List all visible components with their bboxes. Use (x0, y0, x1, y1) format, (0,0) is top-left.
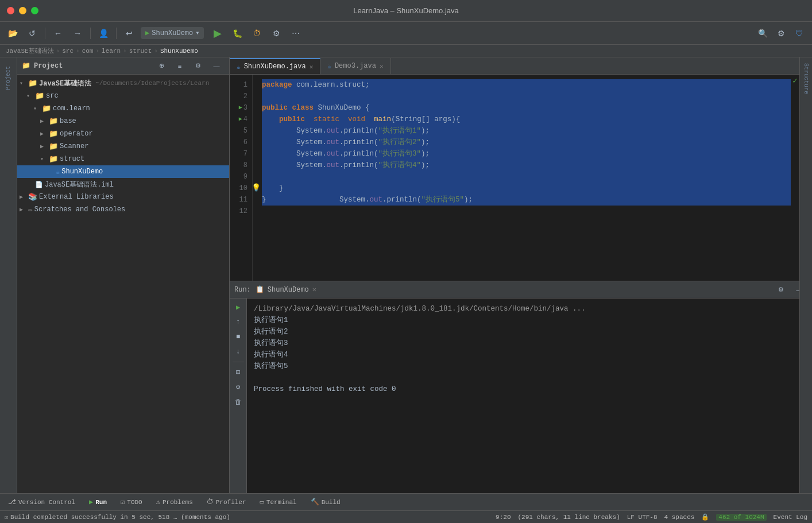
minimize-button[interactable] (19, 7, 26, 14)
scroll-up-button[interactable]: ↑ (232, 316, 245, 328)
breadcrumb-item-0[interactable]: JavaSE基础语法 (6, 47, 54, 55)
restore-layout-button[interactable]: ⊡ (232, 366, 245, 378)
bottom-tab-terminal[interactable]: ▭ Terminal (257, 497, 300, 507)
tree-item-iml[interactable]: ▶ 📄 JavaSE基础语法.iml (17, 178, 229, 191)
run-settings-button[interactable]: ⚙ (773, 282, 789, 298)
bottom-tab-version-control[interactable]: ⎇ Version Control (5, 497, 79, 507)
editor-right-gutter: ✓ (791, 75, 799, 281)
tree-item-operator[interactable]: ▶ 📁 operator (17, 127, 229, 140)
tab-close-button[interactable]: ✕ (310, 63, 314, 71)
project-settings-button[interactable]: ⚙ (190, 58, 206, 74)
memory-info[interactable]: 462 of 1024M (716, 514, 766, 521)
line-num-4: ▶4 (230, 114, 252, 125)
event-log-label[interactable]: Event Log (774, 514, 807, 521)
undo-button[interactable]: ↩ (121, 25, 137, 41)
output-line-blank (254, 372, 805, 383)
breadcrumb-item-3[interactable]: learn (102, 48, 121, 55)
build-icon: 🔨 (311, 498, 319, 506)
vcs-icon: ☑ (5, 514, 8, 521)
breadcrumb-item-1[interactable]: src (62, 48, 74, 55)
close-button[interactable] (7, 7, 14, 14)
breadcrumb-item-4[interactable]: struct (129, 48, 152, 55)
stop-button[interactable]: ■ (232, 331, 245, 343)
code-editor[interactable]: 1 2 ▶3 ▶4 5 6 7 8 9 10 11 12 package com… (230, 75, 812, 281)
separator-1 (45, 28, 45, 39)
bottom-tab-profiler[interactable]: ⏱ Profiler (203, 497, 250, 507)
breadcrumb-item-2[interactable]: com (82, 48, 94, 55)
help-button[interactable]: 🛡 (791, 25, 807, 41)
tree-item-scratches[interactable]: ▶ ✏ Scratches and Consoles (17, 203, 229, 216)
open-file-button[interactable]: 📂 (5, 25, 21, 41)
project-header-actions: ⊕ ≡ ⚙ — (153, 58, 225, 74)
code-line-2 (262, 91, 791, 102)
locate-file-button[interactable]: ⊕ (153, 58, 169, 74)
run-button[interactable]: ▶ (210, 25, 226, 41)
close-run-button[interactable]: 🗑 (232, 396, 245, 408)
version-control-icon: ⎇ (8, 498, 16, 506)
coverage-button[interactable]: ⏱ (249, 25, 265, 41)
project-panel-label[interactable]: Project (5, 60, 11, 96)
scroll-down-button[interactable]: ↓ (232, 346, 245, 358)
forward-button[interactable]: → (69, 25, 86, 41)
chevron-icon: ▾ (20, 80, 26, 87)
bottom-tab-run[interactable]: ▶ Run (86, 497, 110, 507)
bottom-tab-todo[interactable]: ☑ TODO (117, 497, 146, 507)
structure-panel-strip: Structure (799, 57, 812, 493)
back-button[interactable]: ← (50, 25, 66, 41)
chevron-icon: ▶ (20, 193, 26, 200)
tree-item-com-learn[interactable]: ▾ 📁 com.learn (17, 102, 229, 115)
tree-item-struct[interactable]: ▾ 📁 struct (17, 153, 229, 165)
tab-close-button[interactable]: ✕ (380, 63, 384, 70)
more-actions-button[interactable]: ⋯ (288, 25, 304, 41)
output-line-2: 执行语句2 (254, 326, 805, 338)
bottom-tab-build[interactable]: 🔨 Build (307, 497, 344, 507)
settings-button[interactable]: ⚙ (232, 381, 245, 393)
run-tab-close-button[interactable]: ✕ (312, 285, 316, 294)
structure-panel-label[interactable]: Structure (803, 57, 809, 100)
tree-item-src[interactable]: ▾ 📁 src (17, 90, 229, 102)
toolbar-right: 🔍 ⚙ 🛡 (755, 25, 807, 41)
chevron-icon: ▶ (20, 206, 26, 213)
line-num-3: ▶3 (230, 102, 252, 114)
debug-button[interactable]: 🐛 (229, 25, 245, 41)
search-everywhere-button[interactable]: 🔍 (755, 25, 771, 41)
bottom-tab-problems[interactable]: ⚠ Problems (153, 497, 196, 507)
build-status-text[interactable]: Build completed successfully in 5 sec, 5… (10, 514, 230, 521)
status-bar: ☑ Build completed successfully in 5 sec,… (0, 510, 812, 523)
char-info[interactable]: (291 chars, 11 line breaks) (518, 514, 620, 521)
run-icon: ▶ (89, 498, 93, 506)
project-close-button[interactable]: — (208, 58, 225, 74)
indent-info[interactable]: 4 spaces (664, 514, 695, 521)
settings-button[interactable]: ⚙ (773, 25, 789, 41)
bottom-tab-label: TODO (127, 499, 142, 506)
output-line-path: /Library/Java/JavaVirtualMachines/jdk1.8… (254, 303, 805, 315)
breadcrumb-item-5[interactable]: ShunXuDemo (160, 48, 198, 55)
dropdown-arrow: ▾ (195, 29, 199, 37)
tree-item-scanner[interactable]: ▶ 📁 Scanner (17, 140, 229, 153)
rerun-button[interactable]: ▶ (232, 301, 245, 313)
folder-icon: 📁 (49, 142, 58, 151)
bottom-tab-label: Run (95, 499, 107, 506)
folder-icon: 📁 (42, 104, 51, 113)
sync-button[interactable]: ↺ (24, 25, 40, 41)
tree-item-base[interactable]: ▶ 📁 base (17, 115, 229, 127)
bottom-tab-label: Version Control (18, 499, 75, 506)
tree-item-external-libraries[interactable]: ▶ 📚 External Libraries (17, 191, 229, 203)
run-tab-shunxudemo[interactable]: 📋 ShunXuDemo ✕ (256, 285, 316, 294)
tree-item-project-root[interactable]: ▾ 📁 JavaSE基础语法 ~/Documents/IdeaProjects/… (17, 77, 229, 90)
profile-button[interactable]: 👤 (95, 25, 111, 41)
cursor-position[interactable]: 9:20 (496, 514, 511, 521)
tab-demo3[interactable]: ☕ Demo3.java ✕ (320, 58, 390, 74)
build-actions-button[interactable]: ⚙ (268, 25, 284, 41)
collapse-all-button[interactable]: ≡ (172, 58, 188, 74)
line-separator[interactable]: LF UTF-8 (627, 514, 658, 521)
code-content[interactable]: package com.learn.struct; public class S… (253, 75, 791, 281)
run-config-icon: ▶ (145, 29, 149, 37)
tree-item-shunxudemo[interactable]: ▶ ☕ ShunXuDemo (17, 165, 229, 178)
maximize-button[interactable] (31, 7, 38, 14)
tree-label: base (60, 117, 76, 125)
tab-shunxudemo[interactable]: ☕ ShunXuDemo.java ✕ (230, 58, 320, 74)
tree-label: JavaSE基础语法 (39, 79, 91, 88)
run-config-dropdown[interactable]: ▶ ShunXuDemo ▾ (141, 27, 204, 39)
bottom-tab-label: Problems (163, 499, 193, 506)
